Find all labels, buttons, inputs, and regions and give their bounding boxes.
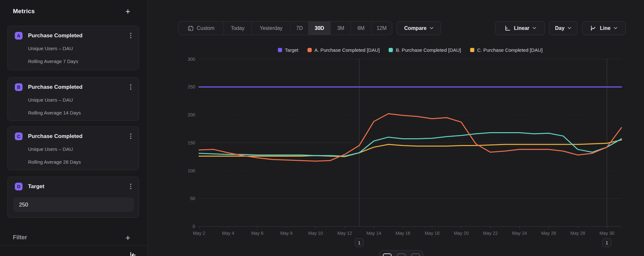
metric-card-a[interactable]: A Purchase Completed Unique Users – DAU … bbox=[7, 26, 139, 70]
metric-rolling-average[interactable]: Rolling Average 28 Days bbox=[28, 159, 81, 165]
legend-label: Target bbox=[285, 47, 298, 53]
sidebar-divider bbox=[0, 245, 148, 246]
metric-measure[interactable]: Unique Users – DAU bbox=[28, 97, 73, 103]
granularity-button[interactable]: Day bbox=[549, 21, 577, 35]
layout-option-2-icon[interactable] bbox=[397, 253, 406, 256]
range-12m[interactable]: 12M bbox=[371, 22, 392, 35]
metric-title: Purchase Completed bbox=[28, 133, 128, 140]
y-axis-label: 300 bbox=[188, 57, 195, 62]
collapse-sidebar-icon[interactable] bbox=[128, 251, 137, 256]
kebab-menu-icon[interactable] bbox=[128, 183, 134, 190]
add-metric-button[interactable]: + bbox=[123, 6, 133, 16]
y-axis-label: 100 bbox=[188, 168, 195, 173]
annotation-badge[interactable]: 1 bbox=[355, 238, 364, 247]
linear-axis-icon bbox=[504, 25, 511, 32]
legend-label: B. Purchase Completed [DAU] bbox=[396, 47, 461, 53]
scale-button[interactable]: Linear bbox=[495, 21, 545, 35]
x-axis-label: May 6 bbox=[251, 231, 263, 236]
metric-measure[interactable]: Unique Users – DAU bbox=[28, 146, 73, 152]
x-axis-label: May 12 bbox=[337, 231, 352, 236]
metric-badge-d: D bbox=[15, 183, 23, 190]
kebab-menu-icon[interactable] bbox=[128, 32, 134, 39]
metric-title: Purchase Completed bbox=[28, 32, 128, 39]
y-axis-label: 250 bbox=[188, 84, 195, 89]
line-chart-icon bbox=[590, 25, 597, 32]
x-axis-label: May 26 bbox=[541, 231, 556, 236]
chart-type-button[interactable]: Line bbox=[582, 21, 626, 35]
metric-card-c[interactable]: C Purchase Completed Unique Users – DAU … bbox=[7, 126, 139, 170]
metric-badge-b: B bbox=[15, 83, 23, 91]
metric-badge-c: C bbox=[15, 133, 23, 140]
chart-legend: TargetA. Purchase Completed [DAU]B. Purc… bbox=[199, 47, 621, 53]
y-axis-label: 0 bbox=[193, 224, 195, 229]
x-axis-label: May 30 bbox=[600, 231, 614, 236]
layout-option-1-icon[interactable] bbox=[383, 253, 392, 256]
legend-swatch-icon bbox=[389, 48, 393, 52]
range-3m[interactable]: 3M bbox=[331, 22, 351, 35]
sidebar: Metrics + A Purchase Completed Unique Us… bbox=[0, 0, 148, 256]
y-axis-label: 200 bbox=[188, 112, 195, 117]
range-custom[interactable]: Custom bbox=[178, 22, 224, 35]
metrics-report-page: Metrics + A Purchase Completed Unique Us… bbox=[0, 0, 644, 256]
x-axis-label: May 14 bbox=[366, 231, 381, 236]
date-range-control: Custom Today Yesterday 7D 30D 3M 6M 12M bbox=[178, 21, 392, 35]
metric-measure[interactable]: Unique Users – DAU bbox=[28, 46, 73, 51]
kebab-menu-icon[interactable] bbox=[128, 84, 134, 91]
chart-layout-toggle bbox=[379, 250, 423, 256]
chevron-down-icon bbox=[533, 27, 536, 29]
x-axis-label: May 8 bbox=[280, 231, 292, 236]
x-axis-label: May 28 bbox=[570, 231, 585, 236]
x-axis-label: May 10 bbox=[308, 231, 323, 236]
legend-item[interactable]: Target bbox=[278, 47, 298, 53]
target-card[interactable]: D Target bbox=[7, 177, 139, 218]
range-yesterday[interactable]: Yesterday bbox=[252, 22, 291, 35]
legend-item[interactable]: A. Purchase Completed [DAU] bbox=[308, 47, 380, 53]
legend-swatch-icon bbox=[308, 48, 312, 52]
legend-swatch-icon bbox=[470, 48, 474, 52]
range-30d[interactable]: 30D bbox=[308, 22, 331, 35]
target-value-input[interactable] bbox=[13, 197, 134, 212]
legend-label: C. Purchase Completed [DAU] bbox=[477, 47, 543, 53]
legend-label: A. Purchase Completed [DAU] bbox=[315, 47, 380, 53]
chevron-down-icon bbox=[614, 27, 617, 29]
filter-section-title: Filter bbox=[13, 234, 27, 241]
metric-badge-a: A bbox=[15, 32, 23, 40]
series-line-c[interactable] bbox=[199, 140, 621, 157]
series-line-a[interactable] bbox=[199, 114, 621, 161]
target-title: Target bbox=[28, 183, 128, 190]
add-filter-button[interactable]: + bbox=[123, 233, 133, 242]
range-today[interactable]: Today bbox=[224, 22, 252, 35]
metric-title: Purchase Completed bbox=[28, 84, 128, 90]
legend-swatch-icon bbox=[278, 48, 282, 52]
metric-rolling-average[interactable]: Rolling Average 7 Days bbox=[28, 59, 78, 64]
annotation-badge[interactable]: 1 bbox=[602, 238, 611, 247]
chevron-down-icon bbox=[430, 27, 433, 29]
calendar-icon bbox=[187, 25, 194, 32]
range-7d[interactable]: 7D bbox=[291, 22, 308, 35]
y-axis-label: 50 bbox=[190, 196, 195, 201]
legend-item[interactable]: C. Purchase Completed [DAU] bbox=[470, 47, 543, 53]
x-axis-label: May 22 bbox=[483, 231, 498, 236]
metric-rolling-average[interactable]: Rolling Average 14 Days bbox=[28, 110, 81, 115]
x-axis-label: May 24 bbox=[512, 231, 527, 236]
x-axis-label: May 4 bbox=[222, 231, 234, 236]
metrics-section-title: Metrics bbox=[13, 8, 35, 15]
x-axis-label: May 2 bbox=[193, 231, 205, 236]
kebab-menu-icon[interactable] bbox=[128, 133, 134, 140]
legend-item[interactable]: B. Purchase Completed [DAU] bbox=[389, 47, 461, 53]
x-axis-label: May 20 bbox=[454, 231, 469, 236]
x-axis-label: May 16 bbox=[395, 231, 410, 236]
y-axis-label: 150 bbox=[188, 140, 195, 145]
range-6m[interactable]: 6M bbox=[351, 22, 371, 35]
compare-button[interactable]: Compare bbox=[397, 21, 441, 35]
chevron-down-icon bbox=[568, 27, 571, 29]
layout-option-3-icon[interactable] bbox=[411, 253, 420, 256]
metric-card-b[interactable]: B Purchase Completed Unique Users – DAU … bbox=[7, 77, 139, 121]
x-axis-label: May 18 bbox=[425, 231, 440, 236]
